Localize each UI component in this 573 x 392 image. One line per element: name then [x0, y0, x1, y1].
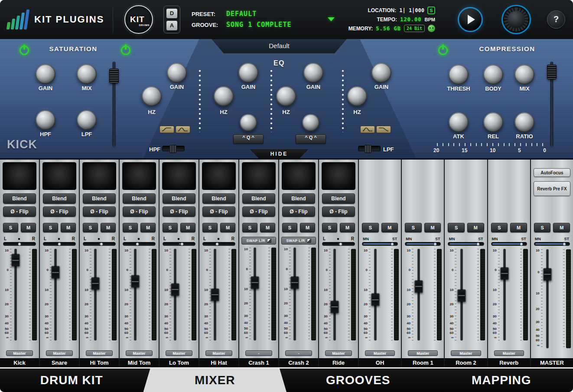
comp-thresh-knob[interactable] [449, 65, 469, 85]
drum-photo[interactable] [242, 162, 276, 190]
bit-depth-badge[interactable]: 24 Bit [404, 25, 425, 32]
compressor-fader-handle[interactable] [547, 65, 557, 79]
pan-knob[interactable] [136, 242, 139, 246]
phase-flip-button[interactable]: Ø - Flip [3, 206, 36, 217]
blend-button[interactable]: Blend [3, 193, 36, 204]
fader-handle[interactable] [131, 275, 139, 288]
solo-button[interactable]: S [282, 223, 297, 232]
drum-photo[interactable] [162, 162, 196, 190]
low-shelf-shape-button[interactable] [176, 126, 190, 133]
phase-flip-button[interactable]: Ø - Flip [322, 206, 355, 217]
saturation-mix-knob[interactable] [77, 64, 97, 84]
eq-band3-hz-knob[interactable] [276, 86, 296, 106]
tab-mixer[interactable]: MIXER [143, 369, 287, 392]
solo-button[interactable]: S [362, 223, 379, 232]
output-route-button[interactable]: Master [408, 350, 438, 356]
reverb-prefx-button[interactable]: Reverb Pre FX [534, 181, 570, 196]
pan-knob[interactable] [18, 242, 21, 246]
phase-flip-button[interactable]: Ø - Flip [43, 206, 76, 217]
eq-band3-gain-knob[interactable] [303, 63, 323, 83]
mute-button[interactable]: M [260, 223, 275, 232]
fader-handle[interactable] [11, 254, 20, 267]
output-route-button[interactable]: - [285, 350, 312, 356]
pan-knob[interactable] [180, 242, 184, 246]
output-route-button[interactable]: Master [46, 350, 73, 356]
pan-knob[interactable] [339, 242, 342, 246]
pan-knob[interactable] [100, 242, 103, 246]
comp-rel-knob[interactable] [483, 112, 503, 132]
digital-mode-button[interactable]: D [166, 8, 178, 19]
width-slider[interactable] [534, 242, 570, 246]
eq-band2-gain-knob[interactable] [238, 63, 258, 83]
mute-button[interactable]: M [220, 223, 235, 232]
eq-lpf-handle[interactable] [365, 145, 371, 153]
drum-photo[interactable] [322, 162, 355, 190]
swap-lr-button[interactable]: SWAP L/R [241, 237, 276, 245]
mute-button[interactable]: M [340, 223, 355, 232]
autofocus-button[interactable]: AutoFocus [534, 168, 570, 177]
blend-button[interactable]: Blend [163, 193, 195, 204]
output-route-button[interactable]: - [245, 350, 272, 356]
editor-preset-tab[interactable]: Default [212, 39, 347, 53]
eq-band4-gain-knob[interactable] [371, 63, 391, 83]
fader-handle[interactable] [91, 277, 99, 290]
low-bell-shape-button[interactable] [160, 126, 174, 133]
fader-handle[interactable] [500, 267, 508, 280]
mute-button[interactable]: M [21, 223, 36, 232]
output-route-button[interactable]: Master [365, 350, 395, 356]
output-route-button[interactable]: Master [166, 350, 192, 356]
output-route-button[interactable]: Master [451, 350, 481, 356]
fader-handle[interactable] [330, 301, 339, 313]
fader-handle[interactable] [544, 268, 552, 281]
phase-flip-button[interactable]: Ø - Flip [83, 206, 116, 217]
drum-photo[interactable] [3, 162, 36, 190]
output-volume-knob[interactable] [503, 6, 530, 33]
pan-slider[interactable] [163, 242, 195, 246]
mute-button[interactable]: M [553, 223, 570, 232]
comp-ratio-knob[interactable] [514, 112, 534, 132]
drum-photo[interactable] [82, 162, 116, 190]
eq-hpf-handle[interactable] [169, 145, 176, 153]
fader-handle[interactable] [171, 283, 179, 296]
solo-button[interactable]: S [43, 223, 58, 232]
solo-button[interactable]: S [83, 223, 98, 232]
pan-knob[interactable] [58, 242, 61, 246]
width-slider[interactable] [405, 242, 441, 246]
output-route-button[interactable]: Master [494, 350, 524, 356]
saturation-hpf-knob[interactable] [36, 110, 55, 130]
phase-flip-button[interactable]: Ø - Flip [242, 206, 275, 217]
eq-band1-gain-knob[interactable] [167, 63, 187, 83]
fader-handle[interactable] [371, 294, 380, 306]
saturation-fader[interactable] [109, 62, 119, 147]
width-slider[interactable] [362, 242, 398, 246]
comp-mix-knob[interactable] [514, 65, 534, 85]
eq-hpf-slider[interactable] [162, 146, 185, 151]
output-route-button[interactable]: Master [86, 350, 113, 356]
width-knob[interactable] [476, 242, 480, 246]
mute-button[interactable]: M [510, 223, 527, 232]
mute-button[interactable]: M [140, 223, 156, 232]
fader-handle[interactable] [251, 276, 259, 289]
tab-mapping[interactable]: MAPPING [430, 369, 573, 392]
mute-button[interactable]: M [381, 223, 398, 232]
mute-button[interactable]: M [424, 223, 441, 232]
compression-power-button[interactable] [437, 44, 449, 56]
blend-button[interactable]: Blend [202, 193, 235, 204]
pan-slider[interactable] [322, 242, 355, 246]
mute-button[interactable]: M [180, 223, 195, 232]
pan-slider[interactable] [202, 242, 235, 246]
groove-value[interactable]: SONG 1 COMPLETE [226, 21, 291, 29]
solo-button[interactable]: S [3, 223, 18, 232]
blend-button[interactable]: Blend [43, 193, 76, 204]
high-shelf-shape-button[interactable] [360, 126, 375, 133]
eq-band4-hz-knob[interactable] [347, 86, 367, 106]
pan-knob[interactable] [215, 242, 219, 246]
blend-button[interactable]: Blend [322, 193, 355, 204]
tab-grooves[interactable]: GROOVES [286, 369, 430, 392]
analog-mode-button[interactable]: A [166, 20, 178, 31]
width-knob[interactable] [520, 242, 523, 246]
mute-button[interactable]: M [101, 223, 116, 232]
width-knob[interactable] [391, 242, 394, 246]
fader-handle[interactable] [51, 266, 59, 279]
drum-photo[interactable] [282, 162, 316, 190]
